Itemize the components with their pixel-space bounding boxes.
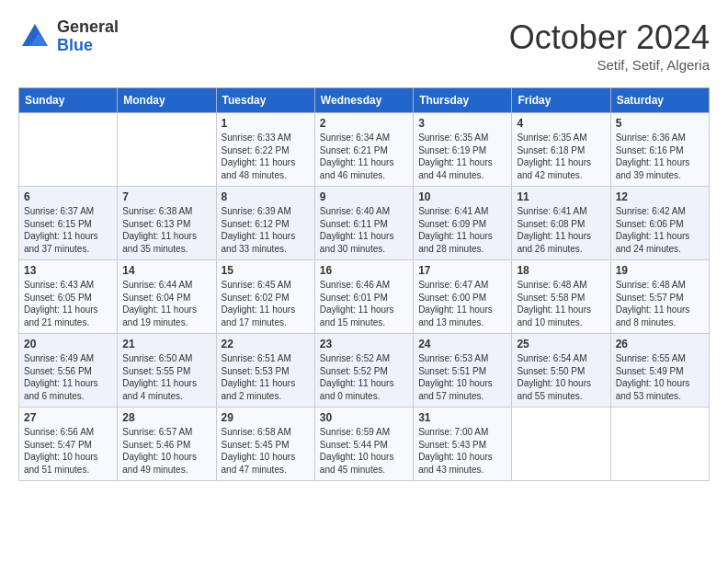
day-info: Sunrise: 6:57 AM Sunset: 5:46 PM Dayligh…	[122, 426, 210, 476]
calendar-cell: 7Sunrise: 6:38 AM Sunset: 6:13 PM Daylig…	[118, 187, 216, 260]
day-info: Sunrise: 6:33 AM Sunset: 6:22 PM Dayligh…	[222, 132, 310, 181]
calendar-week-row: 20Sunrise: 6:49 AM Sunset: 5:56 PM Dayli…	[19, 334, 710, 408]
title-block: October 2024 Setif, Setif, Algeria	[509, 18, 710, 73]
header-day: Wednesday	[314, 88, 413, 113]
subtitle: Setif, Setif, Algeria	[509, 57, 710, 73]
day-number: 24	[418, 338, 506, 350]
calendar-cell: 23Sunrise: 6:52 AM Sunset: 5:52 PM Dayli…	[314, 334, 413, 408]
day-info: Sunrise: 6:39 AM Sunset: 6:12 PM Dayligh…	[222, 205, 310, 255]
day-info: Sunrise: 6:49 AM Sunset: 5:56 PM Dayligh…	[24, 352, 112, 402]
day-info: Sunrise: 6:50 AM Sunset: 5:55 PM Dayligh…	[122, 352, 210, 402]
day-info: Sunrise: 6:54 AM Sunset: 5:50 PM Dayligh…	[517, 352, 605, 402]
day-number: 30	[320, 411, 408, 424]
calendar-cell: 6Sunrise: 6:37 AM Sunset: 6:15 PM Daylig…	[19, 187, 118, 260]
calendar-cell: 11Sunrise: 6:41 AM Sunset: 6:08 PM Dayli…	[512, 187, 610, 260]
day-number: 14	[122, 264, 210, 277]
day-number: 7	[122, 190, 210, 203]
day-info: Sunrise: 6:42 AM Sunset: 6:06 PM Dayligh…	[616, 205, 704, 255]
page-header: General Blue October 2024 Setif, Setif, …	[18, 18, 710, 73]
calendar-cell: 18Sunrise: 6:48 AM Sunset: 5:58 PM Dayli…	[512, 260, 610, 334]
calendar-cell	[118, 113, 216, 187]
day-number: 10	[418, 190, 506, 203]
calendar-cell: 3Sunrise: 6:35 AM Sunset: 6:19 PM Daylig…	[414, 113, 512, 187]
day-number: 16	[320, 264, 408, 277]
calendar-cell: 25Sunrise: 6:54 AM Sunset: 5:50 PM Dayli…	[512, 334, 610, 408]
day-number: 19	[616, 264, 704, 277]
day-number: 17	[418, 264, 506, 277]
header-row: SundayMondayTuesdayWednesdayThursdayFrid…	[19, 88, 710, 113]
calendar-cell: 9Sunrise: 6:40 AM Sunset: 6:11 PM Daylig…	[314, 187, 413, 260]
day-info: Sunrise: 7:00 AM Sunset: 5:43 PM Dayligh…	[418, 426, 506, 476]
day-number: 6	[24, 190, 112, 203]
day-info: Sunrise: 6:48 AM Sunset: 5:58 PM Dayligh…	[517, 279, 605, 328]
calendar-cell: 1Sunrise: 6:33 AM Sunset: 6:22 PM Daylig…	[216, 113, 314, 187]
day-info: Sunrise: 6:41 AM Sunset: 6:08 PM Dayligh…	[517, 205, 605, 255]
calendar-cell: 19Sunrise: 6:48 AM Sunset: 5:57 PM Dayli…	[610, 260, 709, 334]
calendar-cell: 5Sunrise: 6:36 AM Sunset: 6:16 PM Daylig…	[610, 113, 709, 187]
header-day: Friday	[512, 88, 610, 113]
day-info: Sunrise: 6:55 AM Sunset: 5:49 PM Dayligh…	[616, 352, 704, 402]
day-number: 1	[222, 117, 310, 130]
day-number: 31	[418, 411, 506, 424]
day-number: 20	[24, 338, 112, 350]
month-title: October 2024	[509, 18, 710, 57]
day-info: Sunrise: 6:35 AM Sunset: 6:19 PM Dayligh…	[418, 132, 506, 181]
day-number: 9	[320, 190, 408, 203]
calendar-cell: 22Sunrise: 6:51 AM Sunset: 5:53 PM Dayli…	[216, 334, 314, 408]
calendar-cell: 17Sunrise: 6:47 AM Sunset: 6:00 PM Dayli…	[414, 260, 512, 334]
day-info: Sunrise: 6:51 AM Sunset: 5:53 PM Dayligh…	[222, 352, 310, 402]
logo: General Blue	[18, 18, 119, 55]
calendar-cell: 24Sunrise: 6:53 AM Sunset: 5:51 PM Dayli…	[414, 334, 512, 408]
day-number: 11	[517, 190, 605, 203]
calendar-cell: 16Sunrise: 6:46 AM Sunset: 6:01 PM Dayli…	[314, 260, 413, 334]
day-number: 18	[517, 264, 605, 277]
calendar-cell: 20Sunrise: 6:49 AM Sunset: 5:56 PM Dayli…	[19, 334, 118, 408]
calendar-cell: 8Sunrise: 6:39 AM Sunset: 6:12 PM Daylig…	[216, 187, 314, 260]
calendar-cell: 26Sunrise: 6:55 AM Sunset: 5:49 PM Dayli…	[610, 334, 709, 408]
calendar-cell	[610, 408, 709, 481]
calendar-cell: 2Sunrise: 6:34 AM Sunset: 6:21 PM Daylig…	[314, 113, 413, 187]
day-info: Sunrise: 6:59 AM Sunset: 5:44 PM Dayligh…	[320, 426, 408, 476]
day-number: 8	[222, 190, 310, 203]
calendar-cell	[512, 408, 610, 481]
calendar-cell: 12Sunrise: 6:42 AM Sunset: 6:06 PM Dayli…	[610, 187, 709, 260]
logo-general: General	[57, 18, 119, 37]
day-number: 29	[222, 411, 310, 424]
day-info: Sunrise: 6:47 AM Sunset: 6:00 PM Dayligh…	[418, 279, 506, 328]
calendar-week-row: 27Sunrise: 6:56 AM Sunset: 5:47 PM Dayli…	[19, 408, 710, 481]
day-number: 26	[616, 338, 704, 350]
calendar-cell: 13Sunrise: 6:43 AM Sunset: 6:05 PM Dayli…	[19, 260, 118, 334]
day-info: Sunrise: 6:45 AM Sunset: 6:02 PM Dayligh…	[222, 279, 310, 328]
day-info: Sunrise: 6:41 AM Sunset: 6:09 PM Dayligh…	[418, 205, 506, 255]
day-info: Sunrise: 6:58 AM Sunset: 5:45 PM Dayligh…	[222, 426, 310, 476]
calendar-cell: 27Sunrise: 6:56 AM Sunset: 5:47 PM Dayli…	[19, 408, 118, 481]
calendar-week-row: 13Sunrise: 6:43 AM Sunset: 6:05 PM Dayli…	[19, 260, 710, 334]
day-info: Sunrise: 6:46 AM Sunset: 6:01 PM Dayligh…	[320, 279, 408, 328]
day-number: 28	[122, 411, 210, 424]
logo-text: General Blue	[57, 18, 119, 55]
calendar-cell: 10Sunrise: 6:41 AM Sunset: 6:09 PM Dayli…	[414, 187, 512, 260]
calendar-cell: 30Sunrise: 6:59 AM Sunset: 5:44 PM Dayli…	[314, 408, 413, 481]
logo-icon	[18, 20, 51, 53]
calendar-week-row: 6Sunrise: 6:37 AM Sunset: 6:15 PM Daylig…	[19, 187, 710, 260]
day-number: 4	[517, 117, 605, 130]
day-info: Sunrise: 6:53 AM Sunset: 5:51 PM Dayligh…	[418, 352, 506, 402]
day-info: Sunrise: 6:40 AM Sunset: 6:11 PM Dayligh…	[320, 205, 408, 255]
calendar-table: SundayMondayTuesdayWednesdayThursdayFrid…	[18, 87, 710, 481]
day-info: Sunrise: 6:43 AM Sunset: 6:05 PM Dayligh…	[24, 279, 112, 328]
day-number: 15	[222, 264, 310, 277]
day-number: 21	[122, 338, 210, 350]
calendar-cell: 29Sunrise: 6:58 AM Sunset: 5:45 PM Dayli…	[216, 408, 314, 481]
day-number: 22	[222, 338, 310, 350]
day-info: Sunrise: 6:38 AM Sunset: 6:13 PM Dayligh…	[122, 205, 210, 255]
day-info: Sunrise: 6:56 AM Sunset: 5:47 PM Dayligh…	[24, 426, 112, 476]
day-info: Sunrise: 6:52 AM Sunset: 5:52 PM Dayligh…	[320, 352, 408, 402]
calendar-cell: 21Sunrise: 6:50 AM Sunset: 5:55 PM Dayli…	[118, 334, 216, 408]
header-day: Sunday	[19, 88, 118, 113]
header-day: Thursday	[414, 88, 512, 113]
header-day: Tuesday	[216, 88, 314, 113]
header-day: Saturday	[610, 88, 709, 113]
calendar-week-row: 1Sunrise: 6:33 AM Sunset: 6:22 PM Daylig…	[19, 113, 710, 187]
calendar-cell: 31Sunrise: 7:00 AM Sunset: 5:43 PM Dayli…	[414, 408, 512, 481]
day-info: Sunrise: 6:34 AM Sunset: 6:21 PM Dayligh…	[320, 132, 408, 181]
